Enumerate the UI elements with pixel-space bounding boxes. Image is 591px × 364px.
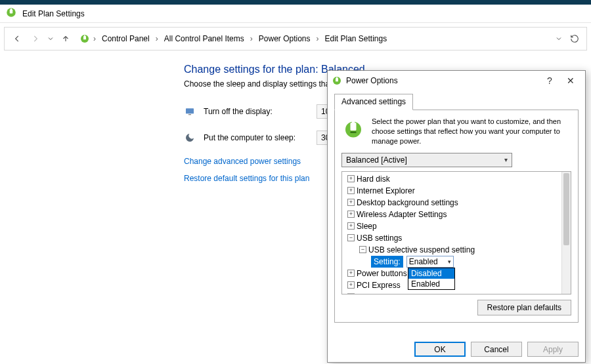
svg-rect-12 [351, 123, 357, 131]
tab-advanced-settings[interactable]: Advanced settings [334, 94, 413, 110]
restore-plan-defaults-button[interactable]: Restore plan defaults [477, 300, 571, 315]
dropdown-option-enabled[interactable]: Enabled [408, 279, 454, 289]
settings-tree: +Hard disk +Internet Explorer +Desktop b… [341, 171, 571, 294]
window-titlebar: Edit Plan Settings [0, 5, 591, 23]
svg-rect-5 [84, 35, 85, 37]
tab-content: Select the power plan that you want to c… [334, 110, 579, 323]
sleep-icon [184, 132, 196, 144]
tree-node-wireless-adapter[interactable]: +Wireless Adapter Settings [345, 209, 561, 220]
dialog-help-button[interactable]: ? [539, 73, 560, 89]
chevron-right-icon: › [248, 34, 255, 43]
setting-label: Turn off the display: [204, 107, 309, 116]
scrollbar-thumb[interactable] [563, 173, 569, 245]
explorer-navbar: › Control Panel › All Control Panel Item… [4, 27, 587, 51]
power-options-icon [332, 75, 342, 86]
apply-button[interactable]: Apply [527, 342, 579, 357]
power-options-icon [5, 7, 17, 20]
expander-icon[interactable]: + [347, 211, 355, 218]
expander-icon[interactable]: + [347, 293, 355, 294]
dialog-close-button[interactable]: ✕ [560, 73, 581, 89]
expander-icon[interactable]: + [347, 175, 355, 182]
dialog-body: Advanced settings Select the power plan … [328, 91, 585, 336]
tree-node-usb-settings[interactable]: −USB settings [345, 232, 561, 244]
dropdown-value: Enabled [409, 256, 438, 268]
address-bar[interactable]: › Control Panel › All Control Panel Item… [77, 31, 548, 47]
cancel-button[interactable]: Cancel [471, 342, 522, 357]
tree-node-sleep[interactable]: +Sleep [345, 220, 561, 232]
breadcrumb-segment[interactable]: Power Options [256, 33, 313, 45]
nav-forward-button[interactable] [28, 31, 43, 46]
tree-leaf-setting: Setting: Enabled ▾ Disabled Enabled [345, 256, 561, 268]
power-options-large-icon [341, 117, 365, 140]
svg-rect-10 [336, 77, 338, 79]
setting-dropdown-popup: Disabled Enabled [408, 268, 455, 290]
expander-icon[interactable]: + [347, 187, 355, 194]
nav-back-button[interactable] [10, 31, 24, 46]
dialog-tab-strip: Advanced settings [334, 93, 579, 110]
expander-icon[interactable]: + [347, 199, 355, 206]
svg-rect-2 [11, 9, 12, 10]
dropdown-option-disabled[interactable]: Disabled [408, 268, 454, 279]
ok-button[interactable]: OK [414, 342, 466, 357]
setting-label: Put the computer to sleep: [204, 133, 309, 142]
tree-node-internet-explorer[interactable]: +Internet Explorer [345, 185, 561, 197]
power-options-dialog: Power Options ? ✕ Advanced settings Sele… [327, 70, 586, 363]
dialog-title: Power Options [346, 76, 539, 85]
refresh-button[interactable] [568, 32, 581, 45]
tree-scrollbar[interactable] [561, 172, 571, 294]
svg-rect-13 [352, 121, 355, 123]
expander-icon[interactable]: − [359, 246, 366, 253]
tree-node-usb-selective-suspend[interactable]: −USB selective suspend setting [345, 244, 561, 256]
dialog-titlebar[interactable]: Power Options ? ✕ [328, 71, 585, 91]
chevron-right-icon: › [154, 34, 160, 43]
dialog-description: Select the power plan that you want to c… [372, 117, 571, 146]
chevron-right-icon: › [314, 34, 320, 43]
svg-rect-1 [10, 10, 13, 14]
display-icon [184, 106, 196, 117]
breadcrumb-segment[interactable]: Edit Plan Settings [322, 33, 389, 45]
svg-rect-14 [351, 132, 357, 133]
nav-history-dropdown[interactable] [47, 31, 55, 46]
expander-icon[interactable]: + [347, 281, 355, 289]
dialog-description-row: Select the power plan that you want to c… [341, 117, 571, 146]
expander-icon[interactable]: + [347, 222, 355, 230]
nav-up-button[interactable] [58, 31, 73, 46]
power-options-icon [79, 33, 90, 44]
breadcrumb-segment[interactable]: Control Panel [99, 33, 152, 45]
expander-icon[interactable]: + [347, 270, 355, 277]
address-dropdown-button[interactable] [552, 32, 565, 45]
tree-node-desktop-background[interactable]: +Desktop background settings [345, 197, 561, 209]
chevron-down-icon: ▾ [504, 156, 508, 163]
expander-icon[interactable]: − [347, 234, 355, 241]
window-top-accent [0, 0, 591, 5]
svg-rect-7 [188, 114, 191, 115]
setting-label-selected: Setting: [371, 256, 403, 268]
window-title: Edit Plan Settings [22, 9, 85, 18]
setting-value-dropdown[interactable]: Enabled ▾ [406, 256, 454, 268]
svg-rect-4 [83, 36, 86, 39]
tree-node-processor-power[interactable]: +Processor power management [345, 291, 561, 294]
dialog-footer: OK Cancel Apply [328, 336, 585, 362]
svg-rect-9 [336, 78, 338, 81]
tree-node-hard-disk[interactable]: +Hard disk [345, 173, 561, 185]
svg-rect-6 [186, 108, 194, 113]
chevron-down-icon: ▾ [448, 256, 451, 268]
chevron-right-icon: › [91, 34, 98, 43]
plan-select-value: Balanced [Active] [346, 155, 407, 165]
breadcrumb-segment[interactable]: All Control Panel Items [162, 33, 247, 45]
power-plan-select[interactable]: Balanced [Active] ▾ [341, 153, 512, 167]
